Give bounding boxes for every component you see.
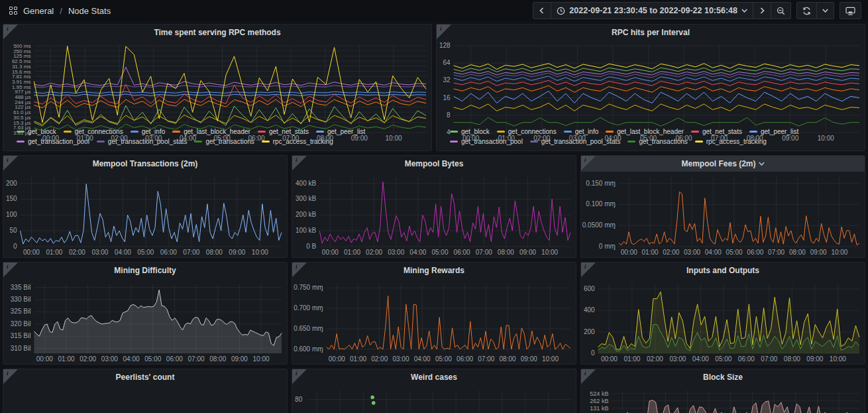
mining-difficulty-chart[interactable]: 00:0001:0002:0003:0004:0005:0006:0007:00… xyxy=(3,278,287,364)
svg-text:03:00: 03:00 xyxy=(569,135,586,142)
panel-info-icon[interactable]: i xyxy=(292,369,307,384)
panel-header[interactable]: Mempool Transactions (2m) xyxy=(3,156,287,172)
svg-text:325 Bil: 325 Bil xyxy=(11,308,31,315)
panel-info-icon[interactable]: i xyxy=(3,369,18,384)
svg-text:08:00: 08:00 xyxy=(498,249,514,256)
svg-text:09:00: 09:00 xyxy=(806,355,823,363)
chevron-right-icon xyxy=(759,7,765,14)
panel-header[interactable]: RPC hits per Interval xyxy=(437,25,865,40)
panel-time-spent-serving-rpc-methods: i Time spent serving RPC methods 00:0001… xyxy=(3,24,432,151)
svg-text:07:00: 07:00 xyxy=(478,355,494,363)
panel-header[interactable]: Mining Rewards xyxy=(292,263,576,278)
panel-info-icon[interactable]: i xyxy=(581,369,596,384)
panel-header-menu[interactable]: Mempool Fees (2m) xyxy=(581,156,865,172)
rpc-hits-chart[interactable]: 00:0001:0002:0003:0004:0005:0006:0007:00… xyxy=(437,40,865,126)
svg-text:04:00: 04:00 xyxy=(409,249,426,256)
panel-weird-cases: i Weird cases 00:0001:0002:0003:0004:000… xyxy=(292,369,576,413)
mempool-bytes-chart[interactable]: 00:0001:0002:0003:0004:0005:0006:0007:00… xyxy=(292,172,576,257)
panel-info-icon[interactable]: i xyxy=(292,156,307,170)
breadcrumb: General / Node Stats xyxy=(9,6,111,16)
rpc-time-chart[interactable]: 00:0001:0002:0003:0004:0005:0006:0007:00… xyxy=(3,40,431,126)
panel-title: RPC hits per Interval xyxy=(612,28,690,37)
svg-text:02:00: 02:00 xyxy=(533,135,550,142)
svg-text:04:00: 04:00 xyxy=(180,135,196,142)
svg-text:00:00: 00:00 xyxy=(621,249,637,256)
time-shift-forward-button[interactable] xyxy=(753,2,771,19)
svg-text:03:00: 03:00 xyxy=(91,249,108,256)
svg-text:05:00: 05:00 xyxy=(715,355,732,363)
svg-text:04:00: 04:00 xyxy=(414,355,431,363)
panel-info-icon[interactable]: i xyxy=(437,25,451,39)
cycle-view-mode-button[interactable] xyxy=(840,2,861,19)
svg-text:04:00: 04:00 xyxy=(705,249,722,256)
svg-text:128: 128 xyxy=(439,42,451,49)
panel-info-icon[interactable]: i xyxy=(3,25,18,39)
dashboard-top-bar: General / Node Stats 2022-09-21 23:30:45… xyxy=(0,0,868,21)
svg-text:05:00: 05:00 xyxy=(144,355,161,363)
panel-header[interactable]: Mempool Bytes xyxy=(292,156,576,172)
inputs-outputs-chart[interactable]: 00:0001:0002:0003:0004:0005:0006:0007:00… xyxy=(581,278,865,364)
svg-text:0.600 mɱ: 0.600 mɱ xyxy=(294,345,323,353)
panel-title: Inputs and Outputs xyxy=(686,266,759,275)
refresh-interval-dropdown[interactable] xyxy=(817,2,834,19)
svg-text:100 kB: 100 kB xyxy=(296,227,316,234)
zoom-out-button[interactable] xyxy=(771,2,791,19)
panel-info-icon[interactable]: i xyxy=(581,263,596,277)
panel-header[interactable]: Inputs and Outputs xyxy=(581,263,865,278)
panel-info-icon[interactable]: i xyxy=(3,263,18,277)
svg-text:03:00: 03:00 xyxy=(392,355,409,363)
svg-text:07:00: 07:00 xyxy=(282,135,299,142)
dashboards-grid-icon[interactable] xyxy=(9,7,17,15)
peerlists-count-chart[interactable] xyxy=(3,385,287,413)
panel-mempool-fees: i Mempool Fees (2m) 00:0001:0002:0003:00… xyxy=(580,155,865,258)
weird-cases-chart[interactable]: 00:0001:0002:0003:0004:0005:0006:0007:00… xyxy=(292,385,576,413)
panel-header[interactable]: Time spent serving RPC methods xyxy=(3,25,431,40)
svg-text:10:00: 10:00 xyxy=(818,135,834,142)
breadcrumb-section[interactable]: General xyxy=(23,6,54,16)
time-controls: 2022-09-21 23:30:45 to 2022-09-22 10:56:… xyxy=(533,2,861,19)
panel-mining-rewards: i Mining Rewards 00:0001:0002:0003:0004:… xyxy=(292,262,576,365)
panel-info-icon[interactable]: i xyxy=(292,263,307,277)
time-range-picker-button[interactable]: 2022-09-21 23:30:45 to 2022-09-22 10:56:… xyxy=(551,2,753,19)
svg-text:0: 0 xyxy=(591,349,595,357)
panel-info-icon[interactable]: i xyxy=(581,156,596,170)
refresh-button[interactable] xyxy=(796,2,817,19)
panel-info-icon[interactable]: i xyxy=(3,156,18,170)
panel-header[interactable]: Weird cases xyxy=(292,369,576,385)
panel-title: Mining Difficulty xyxy=(114,266,176,275)
svg-text:00:00: 00:00 xyxy=(322,249,339,256)
svg-text:04:00: 04:00 xyxy=(123,355,140,363)
svg-text:600: 600 xyxy=(584,285,595,292)
time-shift-back-button[interactable] xyxy=(533,2,551,19)
panel-title: Block Size xyxy=(703,373,743,382)
svg-text:01:00: 01:00 xyxy=(77,135,93,142)
svg-text:00:00: 00:00 xyxy=(36,355,53,363)
panel-title: Mempool Fees (2m) xyxy=(681,159,755,168)
svg-text:262 kB: 262 kB xyxy=(590,398,608,404)
svg-text:08:00: 08:00 xyxy=(747,135,763,142)
svg-text:0 mɱ: 0 mɱ xyxy=(599,243,616,250)
breadcrumb-page-title: Node Stats xyxy=(68,6,111,16)
svg-text:09:00: 09:00 xyxy=(782,135,798,142)
block-size-chart[interactable]: 00:0001:0002:0003:0004:0005:0006:0007:00… xyxy=(581,385,865,413)
panel-title: Mining Rewards xyxy=(404,266,464,275)
svg-text:06:00: 06:00 xyxy=(454,249,470,256)
mempool-transactions-chart[interactable]: 00:0001:0002:0003:0004:0005:0006:0007:00… xyxy=(3,172,287,257)
svg-text:06:00: 06:00 xyxy=(738,355,755,363)
svg-text:03:00: 03:00 xyxy=(101,355,118,363)
mining-rewards-chart[interactable]: 00:0001:0002:0003:0004:0005:0006:0007:00… xyxy=(292,278,576,364)
svg-text:01:00: 01:00 xyxy=(58,355,74,363)
panel-header[interactable]: Mining Difficulty xyxy=(3,263,287,278)
svg-text:01:00: 01:00 xyxy=(344,249,360,256)
svg-text:03:00: 03:00 xyxy=(684,249,700,256)
svg-text:06:00: 06:00 xyxy=(457,355,473,363)
svg-text:03:00: 03:00 xyxy=(388,249,404,256)
panel-inputs-and-outputs: i Inputs and Outputs 00:0001:0002:0003:0… xyxy=(580,262,865,365)
panel-header[interactable]: Peerlists' count xyxy=(3,369,287,385)
svg-text:01:00: 01:00 xyxy=(642,249,659,256)
svg-text:05:00: 05:00 xyxy=(435,355,452,363)
mempool-fees-chart[interactable]: 00:0001:0002:0003:0004:0005:0006:0007:00… xyxy=(581,172,865,257)
svg-text:01:00: 01:00 xyxy=(46,249,62,256)
panel-title: Mempool Transactions (2m) xyxy=(93,159,198,168)
panel-header[interactable]: Block Size xyxy=(581,369,865,385)
